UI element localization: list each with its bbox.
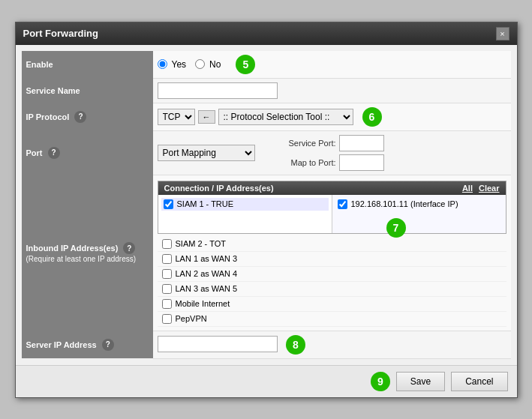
service-name-input[interactable]: HTTP-Server: [158, 82, 278, 99]
port-value-cell: Port Mapping Service Port: 80 Map to Por…: [153, 130, 511, 175]
conn-siam2-checkbox[interactable]: [162, 239, 172, 249]
protocol-row: TCP ← :: Protocol Selection Tool :: 6: [158, 107, 506, 127]
badge-6: 6: [362, 107, 382, 127]
map-to-port-row: Map to Port: 80: [276, 154, 384, 171]
ip-content: SIAM 1 - TRUE 192.168.101.11 (Interface …: [158, 195, 506, 233]
conn-mobile[interactable]: Mobile Internet: [158, 297, 506, 312]
ip-left-panel: SIAM 1 - TRUE: [158, 195, 332, 233]
ip-section-header: Connection / IP Address(es) All Clear: [158, 181, 506, 195]
conn-lan3-checkbox[interactable]: [162, 284, 172, 294]
port-forwarding-dialog: Port Forwarding × Enable Yes No: [15, 22, 518, 398]
badge-9: 9: [371, 372, 390, 391]
service-name-value-cell: HTTP-Server: [153, 78, 511, 103]
connections-list: SIAM 2 - TOT LAN 1 as WAN 3 LAN 2 as WAN…: [158, 237, 506, 327]
service-name-row: Service Name HTTP-Server: [22, 78, 511, 103]
enable-no-radio[interactable]: [195, 59, 205, 69]
ip-siam1-label: SIAM 1 - TRUE: [177, 199, 234, 208]
service-port-input[interactable]: 80: [339, 135, 384, 151]
badge-7: 7: [386, 218, 406, 238]
conn-lan1-label: LAN 1 as WAN 3: [176, 254, 238, 263]
port-row: Port ? Port Mapping Service Port: 80: [22, 130, 511, 175]
save-button[interactable]: Save: [396, 372, 445, 391]
inbound-ip-label: Inbound IP Address(es) ? (Require at lea…: [22, 175, 153, 331]
service-name-label: Service Name: [22, 78, 153, 103]
all-button[interactable]: All: [462, 184, 473, 193]
conn-lan2-checkbox[interactable]: [162, 269, 172, 279]
ip-protocol-value-cell: TCP ← :: Protocol Selection Tool :: 6: [153, 103, 511, 130]
protocol-tool-select[interactable]: :: Protocol Selection Tool ::: [218, 109, 353, 125]
dialog-footer: 9 Save Cancel: [16, 365, 517, 397]
inbound-ip-row: Inbound IP Address(es) ? (Require at lea…: [22, 175, 511, 331]
server-ip-value-cell: 192.168.1.10 8: [153, 331, 511, 358]
ip-protocol-label: IP Protocol ?: [22, 103, 153, 130]
service-port-row: Service Port: 80: [276, 135, 384, 151]
ip-section: Connection / IP Address(es) All Clear SI…: [158, 181, 506, 234]
enable-no-label[interactable]: No: [195, 59, 221, 70]
form-table: Enable Yes No 5: [22, 51, 511, 359]
badge-5: 5: [236, 55, 255, 74]
service-port-label: Service Port:: [276, 139, 336, 148]
port-label: Port ?: [22, 130, 153, 175]
server-ip-input[interactable]: 192.168.1.10: [158, 336, 278, 352]
map-to-port-label: Map to Port:: [276, 158, 336, 167]
port-fields-group: Service Port: 80 Map to Port: 80: [276, 135, 384, 171]
ip-right-panel: 192.168.101.11 (Interface IP) 7: [332, 195, 506, 233]
ip-address-label: 192.168.101.11 (Interface IP): [351, 199, 458, 208]
inbound-ip-help-icon[interactable]: ?: [123, 242, 135, 254]
enable-yes-radio[interactable]: [158, 59, 167, 69]
enable-value-cell: Yes No 5: [153, 51, 511, 79]
ip-address-item[interactable]: 192.168.101.11 (Interface IP): [335, 198, 503, 211]
conn-lan3-label: LAN 3 as WAN 5: [176, 284, 238, 293]
protocol-select[interactable]: TCP: [158, 109, 195, 125]
conn-lan2-label: LAN 2 as WAN 4: [176, 269, 238, 278]
map-to-port-input[interactable]: 80: [339, 154, 384, 171]
conn-mobile-checkbox[interactable]: [162, 299, 172, 309]
ip-header-buttons: All Clear: [462, 184, 500, 193]
server-ip-label: Server IP Address ?: [22, 331, 153, 358]
conn-pepvpn[interactable]: PepVPN: [158, 312, 506, 327]
conn-siam2-label: SIAM 2 - TOT: [176, 239, 226, 248]
cancel-button[interactable]: Cancel: [451, 372, 507, 391]
ip-protocol-help-icon[interactable]: ?: [74, 111, 86, 123]
port-row-inner: Port Mapping Service Port: 80 Map to Por…: [158, 135, 506, 171]
ip-siam1-item[interactable]: SIAM 1 - TRUE: [161, 198, 329, 211]
enable-label: Enable: [22, 51, 153, 79]
clear-button[interactable]: Clear: [479, 184, 500, 193]
conn-lan2[interactable]: LAN 2 as WAN 4: [158, 267, 506, 282]
port-help-icon[interactable]: ?: [48, 147, 60, 159]
enable-no-text: No: [209, 59, 221, 70]
ip-protocol-row: IP Protocol ? TCP ← :: Protocol Selectio…: [22, 103, 511, 130]
inbound-ip-value-cell: Connection / IP Address(es) All Clear SI…: [153, 175, 511, 331]
protocol-arrow-button[interactable]: ←: [198, 110, 215, 124]
enable-yes-text: Yes: [172, 59, 187, 70]
enable-yes-label[interactable]: Yes: [158, 59, 187, 70]
ip-siam1-checkbox[interactable]: [164, 199, 173, 209]
dialog-title: Port Forwarding: [23, 28, 98, 39]
enable-radio-group: Yes No 5: [158, 55, 506, 74]
server-ip-help-icon[interactable]: ?: [102, 339, 114, 351]
ip-section-title: Connection / IP Address(es): [164, 184, 462, 193]
dialog-title-bar: Port Forwarding ×: [16, 22, 517, 45]
conn-lan1-checkbox[interactable]: [162, 254, 172, 264]
conn-lan1[interactable]: LAN 1 as WAN 3: [158, 252, 506, 267]
inbound-ip-sublabel: (Require at least one IP address): [26, 255, 137, 263]
port-mapping-select[interactable]: Port Mapping: [158, 145, 255, 161]
ip-address-checkbox[interactable]: [338, 199, 347, 209]
dialog-body: Enable Yes No 5: [16, 45, 517, 365]
conn-siam2[interactable]: SIAM 2 - TOT: [158, 237, 506, 252]
conn-lan3[interactable]: LAN 3 as WAN 5: [158, 282, 506, 297]
close-button[interactable]: ×: [496, 27, 509, 40]
conn-pepvpn-label: PepVPN: [176, 314, 207, 323]
server-ip-row: Server IP Address ? 192.168.1.10 8: [22, 331, 511, 358]
conn-pepvpn-checkbox[interactable]: [162, 314, 172, 324]
conn-mobile-label: Mobile Internet: [176, 299, 230, 308]
badge-8: 8: [286, 335, 305, 355]
enable-row: Enable Yes No 5: [22, 51, 511, 79]
